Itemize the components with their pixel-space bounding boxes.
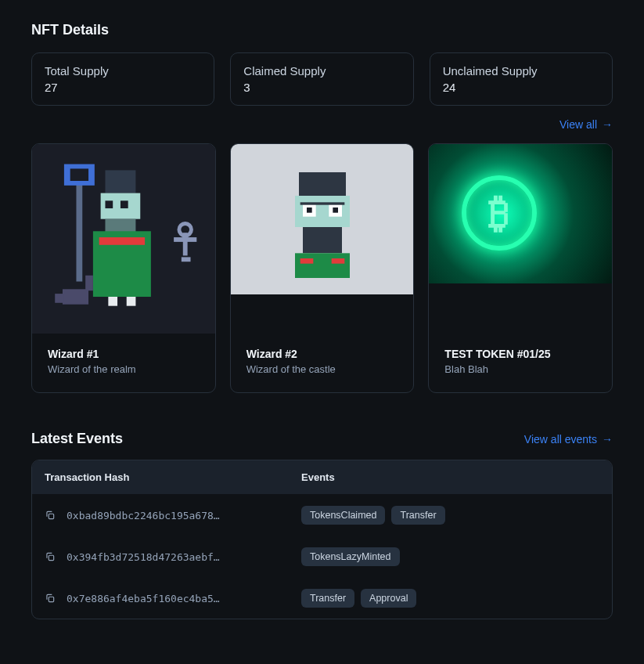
- column-header-hash: Transaction Hash: [45, 471, 301, 483]
- stat-card-unclaimed-supply: Unclaimed Supply 24: [430, 52, 613, 106]
- nft-title: Wizard #1: [48, 348, 200, 360]
- svg-rect-11: [70, 168, 88, 181]
- svg-rect-31: [49, 555, 53, 560]
- events-table: Transaction Hash Events 0xbad89bdbc2246b…: [31, 460, 613, 619]
- nft-title: Wizard #2: [246, 348, 398, 360]
- svg-rect-28: [300, 258, 313, 264]
- svg-rect-18: [85, 276, 93, 290]
- nft-card[interactable]: ₿ TEST TOKEN #01/25 Blah Blah: [428, 143, 613, 393]
- stat-label: Unclaimed Supply: [443, 64, 599, 78]
- svg-rect-15: [182, 257, 191, 262]
- stat-card-total-supply: Total Supply 27: [31, 52, 214, 106]
- copy-icon[interactable]: [45, 593, 56, 604]
- table-body: 0xbad89bdbc2246bc195a6783… TokensClaimed…: [32, 494, 612, 619]
- view-all-link[interactable]: View all →: [559, 118, 613, 131]
- wizard-pixel-art-icon: [32, 144, 215, 334]
- nft-subtitle: Wizard of the castle: [246, 363, 398, 375]
- page-title: NFT Details: [31, 22, 613, 38]
- svg-point-14: [179, 224, 192, 236]
- event-tag: TokensClaimed: [301, 506, 385, 525]
- event-tag: TokensLazyMinted: [301, 547, 400, 566]
- svg-rect-16: [63, 289, 88, 304]
- wizard-pixel-art-icon: [264, 161, 381, 278]
- stat-value: 3: [243, 81, 400, 94]
- table-row: 0x394fb3d72518d47263aebf2… TokensLazyMin…: [32, 536, 612, 577]
- svg-rect-26: [303, 227, 342, 253]
- nft-image: [32, 144, 215, 334]
- svg-rect-24: [333, 208, 338, 213]
- stat-value: 24: [443, 81, 599, 94]
- table-header: Transaction Hash Events: [32, 460, 612, 494]
- stat-label: Claimed Supply: [243, 64, 400, 78]
- svg-rect-19: [299, 172, 346, 196]
- svg-rect-3: [121, 200, 128, 208]
- stat-card-claimed-supply: Claimed Supply 3: [230, 52, 413, 106]
- transaction-hash[interactable]: 0x7e886af4eba5f160ec4ba5c…: [67, 593, 223, 604]
- nft-grid: Wizard #1 Wizard of the realm: [31, 143, 613, 393]
- svg-rect-32: [49, 597, 53, 601]
- event-tag: Transfer: [301, 589, 354, 608]
- svg-rect-6: [99, 237, 145, 245]
- transaction-hash[interactable]: 0x394fb3d72518d47263aebf2…: [67, 551, 223, 563]
- stat-label: Total Supply: [45, 64, 201, 78]
- stats-row: Total Supply 27 Claimed Supply 3 Unclaim…: [31, 52, 613, 106]
- svg-rect-0: [105, 170, 135, 193]
- nft-image: [231, 144, 414, 334]
- nft-card[interactable]: Wizard #2 Wizard of the castle: [230, 143, 415, 393]
- nft-subtitle: Wizard of the realm: [48, 363, 200, 375]
- view-all-events-label: View all events: [524, 433, 597, 446]
- stat-value: 27: [45, 81, 201, 94]
- column-header-events: Events: [301, 471, 599, 483]
- svg-rect-25: [300, 202, 344, 204]
- arrow-right-icon: →: [602, 118, 613, 131]
- nft-title: TEST TOKEN #01/25: [444, 348, 596, 360]
- events-title: Latest Events: [31, 431, 123, 447]
- arrow-right-icon: →: [602, 433, 613, 446]
- view-all-label: View all: [559, 118, 597, 131]
- svg-rect-23: [307, 208, 312, 213]
- nft-card[interactable]: Wizard #1 Wizard of the realm: [31, 143, 216, 393]
- event-tag: Approval: [361, 589, 416, 608]
- nft-subtitle: Blah Blah: [444, 363, 596, 375]
- copy-icon[interactable]: [45, 551, 56, 562]
- svg-rect-7: [108, 297, 117, 306]
- svg-rect-8: [127, 297, 136, 306]
- event-tag: Transfer: [391, 506, 444, 525]
- svg-rect-17: [55, 294, 64, 303]
- svg-rect-30: [49, 514, 53, 518]
- bitcoin-digital-icon: ₿: [429, 144, 612, 283]
- view-all-events-link[interactable]: View all events →: [524, 433, 613, 446]
- svg-rect-9: [76, 175, 82, 281]
- transaction-hash[interactable]: 0xbad89bdbc2246bc195a6783…: [67, 510, 223, 521]
- svg-rect-29: [331, 258, 344, 264]
- table-row: 0xbad89bdbc2246bc195a6783… TokensClaimed…: [32, 494, 612, 536]
- svg-rect-2: [105, 200, 113, 208]
- copy-icon[interactable]: [45, 510, 56, 521]
- svg-rect-27: [295, 253, 350, 278]
- svg-rect-13: [174, 237, 196, 242]
- nft-image: ₿: [429, 144, 612, 334]
- table-row: 0x7e886af4eba5f160ec4ba5c… Transfer Appr…: [32, 577, 612, 619]
